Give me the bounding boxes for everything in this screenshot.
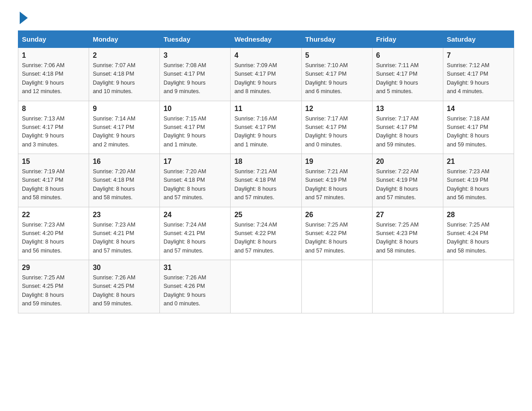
calendar-cell: 28 Sunrise: 7:25 AMSunset: 4:24 PMDaylig…: [443, 207, 514, 260]
calendar-cell: 1 Sunrise: 7:06 AMSunset: 4:18 PMDayligh…: [18, 48, 89, 101]
day-number: 21: [447, 158, 510, 166]
calendar-cell: 11 Sunrise: 7:16 AMSunset: 4:17 PMDaylig…: [231, 101, 301, 154]
weekday-header-monday: Monday: [89, 31, 160, 48]
weekday-header-wednesday: Wednesday: [231, 31, 301, 48]
day-info: Sunrise: 7:15 AMSunset: 4:17 PMDaylight:…: [163, 115, 227, 150]
calendar-week-row: 22 Sunrise: 7:23 AMSunset: 4:20 PMDaylig…: [18, 207, 514, 260]
day-info: Sunrise: 7:25 AMSunset: 4:23 PMDaylight:…: [376, 221, 439, 256]
calendar-cell: 31 Sunrise: 7:26 AMSunset: 4:26 PMDaylig…: [160, 260, 231, 313]
day-info: Sunrise: 7:21 AMSunset: 4:18 PMDaylight:…: [234, 167, 297, 202]
day-info: Sunrise: 7:24 AMSunset: 4:21 PMDaylight:…: [163, 221, 227, 256]
day-info: Sunrise: 7:08 AMSunset: 4:17 PMDaylight:…: [163, 61, 227, 96]
day-info: Sunrise: 7:21 AMSunset: 4:19 PMDaylight:…: [305, 167, 369, 202]
day-info: Sunrise: 7:09 AMSunset: 4:17 PMDaylight:…: [234, 61, 297, 96]
day-info: Sunrise: 7:17 AMSunset: 4:17 PMDaylight:…: [305, 115, 369, 150]
calendar-cell: 10 Sunrise: 7:15 AMSunset: 4:17 PMDaylig…: [160, 101, 231, 154]
day-info: Sunrise: 7:25 AMSunset: 4:22 PMDaylight:…: [305, 221, 369, 256]
calendar-cell: [372, 260, 443, 313]
day-info: Sunrise: 7:25 AMSunset: 4:25 PMDaylight:…: [22, 274, 85, 308]
day-number: 10: [163, 105, 227, 113]
calendar-cell: 7 Sunrise: 7:12 AMSunset: 4:17 PMDayligh…: [443, 48, 514, 101]
day-info: Sunrise: 7:20 AMSunset: 4:18 PMDaylight:…: [163, 167, 227, 202]
day-number: 22: [22, 211, 85, 219]
day-info: Sunrise: 7:24 AMSunset: 4:22 PMDaylight:…: [234, 221, 297, 256]
calendar-cell: 21 Sunrise: 7:23 AMSunset: 4:19 PMDaylig…: [443, 154, 514, 207]
day-number: 31: [163, 264, 227, 272]
day-number: 29: [22, 264, 85, 272]
day-number: 15: [22, 158, 85, 166]
calendar-week-row: 15 Sunrise: 7:19 AMSunset: 4:17 PMDaylig…: [18, 154, 514, 207]
logo-arrow-icon: [20, 12, 28, 24]
day-info: Sunrise: 7:17 AMSunset: 4:17 PMDaylight:…: [376, 115, 439, 150]
calendar-cell: 17 Sunrise: 7:20 AMSunset: 4:18 PMDaylig…: [160, 154, 231, 207]
day-info: Sunrise: 7:26 AMSunset: 4:26 PMDaylight:…: [163, 274, 227, 308]
calendar-week-row: 1 Sunrise: 7:06 AMSunset: 4:18 PMDayligh…: [18, 48, 514, 101]
calendar-cell: 14 Sunrise: 7:18 AMSunset: 4:17 PMDaylig…: [443, 101, 514, 154]
day-info: Sunrise: 7:25 AMSunset: 4:24 PMDaylight:…: [447, 221, 510, 256]
day-number: 7: [447, 51, 510, 60]
calendar-cell: 8 Sunrise: 7:13 AMSunset: 4:17 PMDayligh…: [18, 101, 89, 154]
day-number: 17: [163, 158, 227, 166]
day-number: 14: [447, 105, 510, 113]
weekday-header-friday: Friday: [372, 31, 443, 48]
day-number: 12: [305, 105, 369, 113]
day-number: 28: [447, 211, 510, 219]
day-info: Sunrise: 7:16 AMSunset: 4:17 PMDaylight:…: [234, 115, 297, 150]
day-number: 3: [163, 51, 227, 60]
day-number: 8: [22, 105, 85, 113]
day-number: 24: [163, 211, 227, 219]
calendar-cell: 29 Sunrise: 7:25 AMSunset: 4:25 PMDaylig…: [18, 260, 89, 313]
day-number: 11: [234, 105, 297, 113]
day-number: 9: [93, 105, 156, 113]
calendar-cell: 19 Sunrise: 7:21 AMSunset: 4:19 PMDaylig…: [301, 154, 372, 207]
weekday-header-row: SundayMondayTuesdayWednesdayThursdayFrid…: [18, 31, 514, 48]
day-info: Sunrise: 7:07 AMSunset: 4:18 PMDaylight:…: [93, 61, 156, 96]
day-info: Sunrise: 7:10 AMSunset: 4:17 PMDaylight:…: [305, 61, 369, 96]
day-number: 4: [234, 51, 297, 60]
day-number: 26: [305, 211, 369, 219]
calendar-cell: 9 Sunrise: 7:14 AMSunset: 4:17 PMDayligh…: [89, 101, 160, 154]
day-number: 13: [376, 105, 439, 113]
day-info: Sunrise: 7:13 AMSunset: 4:17 PMDaylight:…: [22, 115, 85, 150]
calendar-week-row: 29 Sunrise: 7:25 AMSunset: 4:25 PMDaylig…: [18, 260, 514, 313]
calendar-cell: 4 Sunrise: 7:09 AMSunset: 4:17 PMDayligh…: [231, 48, 301, 101]
header: [18, 13, 514, 21]
day-number: 6: [376, 51, 439, 60]
calendar-cell: 12 Sunrise: 7:17 AMSunset: 4:17 PMDaylig…: [301, 101, 372, 154]
calendar-cell: 6 Sunrise: 7:11 AMSunset: 4:17 PMDayligh…: [372, 48, 443, 101]
day-number: 16: [93, 158, 156, 166]
day-info: Sunrise: 7:06 AMSunset: 4:18 PMDaylight:…: [22, 61, 85, 96]
calendar-cell: [443, 260, 514, 313]
day-info: Sunrise: 7:19 AMSunset: 4:17 PMDaylight:…: [22, 167, 85, 202]
day-number: 20: [376, 158, 439, 166]
logo: [18, 13, 29, 21]
calendar-cell: 22 Sunrise: 7:23 AMSunset: 4:20 PMDaylig…: [18, 207, 89, 260]
calendar-cell: 15 Sunrise: 7:19 AMSunset: 4:17 PMDaylig…: [18, 154, 89, 207]
day-number: 23: [93, 211, 156, 219]
calendar-cell: 13 Sunrise: 7:17 AMSunset: 4:17 PMDaylig…: [372, 101, 443, 154]
calendar-cell: 27 Sunrise: 7:25 AMSunset: 4:23 PMDaylig…: [372, 207, 443, 260]
day-number: 19: [305, 158, 369, 166]
calendar-cell: 2 Sunrise: 7:07 AMSunset: 4:18 PMDayligh…: [89, 48, 160, 101]
day-number: 25: [234, 211, 297, 219]
calendar-cell: 20 Sunrise: 7:22 AMSunset: 4:19 PMDaylig…: [372, 154, 443, 207]
day-number: 30: [93, 264, 156, 272]
weekday-header-tuesday: Tuesday: [160, 31, 231, 48]
day-info: Sunrise: 7:12 AMSunset: 4:17 PMDaylight:…: [447, 61, 510, 96]
weekday-header-thursday: Thursday: [301, 31, 372, 48]
day-number: 27: [376, 211, 439, 219]
day-info: Sunrise: 7:23 AMSunset: 4:21 PMDaylight:…: [93, 221, 156, 256]
day-info: Sunrise: 7:23 AMSunset: 4:20 PMDaylight:…: [22, 221, 85, 256]
day-number: 2: [93, 51, 156, 60]
calendar-week-row: 8 Sunrise: 7:13 AMSunset: 4:17 PMDayligh…: [18, 101, 514, 154]
calendar-cell: 5 Sunrise: 7:10 AMSunset: 4:17 PMDayligh…: [301, 48, 372, 101]
calendar-cell: 24 Sunrise: 7:24 AMSunset: 4:21 PMDaylig…: [160, 207, 231, 260]
day-number: 1: [22, 51, 85, 60]
day-number: 18: [234, 158, 297, 166]
weekday-header-sunday: Sunday: [18, 31, 89, 48]
day-info: Sunrise: 7:18 AMSunset: 4:17 PMDaylight:…: [447, 115, 510, 150]
day-info: Sunrise: 7:11 AMSunset: 4:17 PMDaylight:…: [376, 61, 439, 96]
calendar-cell: 18 Sunrise: 7:21 AMSunset: 4:18 PMDaylig…: [231, 154, 301, 207]
weekday-header-saturday: Saturday: [443, 31, 514, 48]
calendar-cell: 23 Sunrise: 7:23 AMSunset: 4:21 PMDaylig…: [89, 207, 160, 260]
